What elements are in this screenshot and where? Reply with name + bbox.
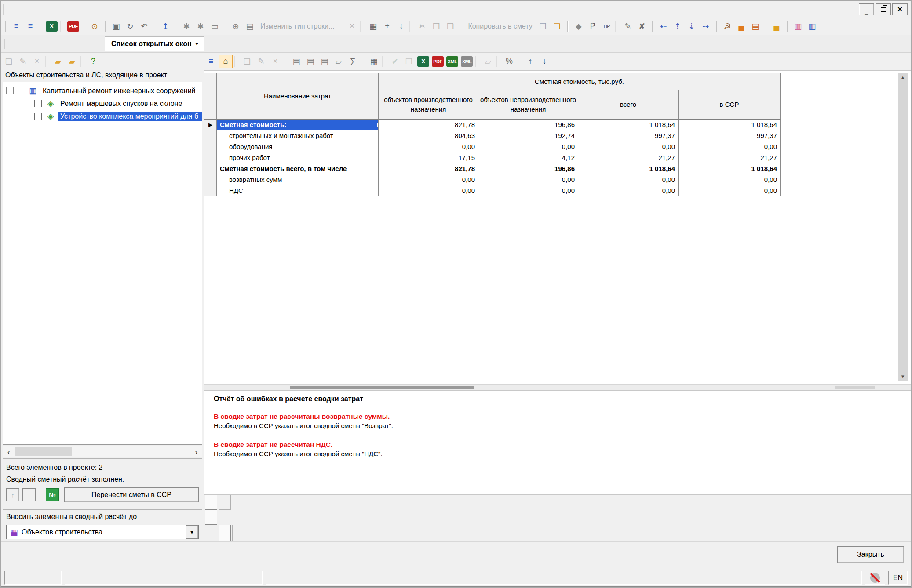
- table-vscrollbar[interactable]: ▴ ▾: [898, 73, 908, 381]
- tree-item[interactable]: − Капитальный ремонт инженерных сооружен…: [3, 84, 202, 97]
- open-windows-tab[interactable]: Список открытых окон ▾: [105, 36, 204, 51]
- graph-tab[interactable]: [205, 495, 217, 510]
- panel-tab[interactable]: [26, 41, 34, 47]
- import-estimates-icon[interactable]: ▰: [66, 55, 79, 68]
- resources-pr-icon[interactable]: ПР: [600, 20, 613, 33]
- structure-tree-icon[interactable]: ≡: [10, 20, 23, 33]
- row-value-cell[interactable]: 192,74: [478, 130, 578, 141]
- calculator-rows-icon[interactable]: ▦: [366, 20, 379, 33]
- row-value-cell[interactable]: 196,86: [478, 119, 578, 130]
- combo-dropdown-button[interactable]: ▼: [186, 525, 198, 539]
- view-tab[interactable]: [219, 525, 231, 541]
- undo-icon[interactable]: ↶: [138, 20, 151, 33]
- panel-tab[interactable]: [61, 41, 69, 47]
- calculator-icon[interactable]: ▦: [367, 55, 380, 68]
- menu-item[interactable]: [81, 7, 91, 11]
- add-position-icon[interactable]: +: [380, 20, 394, 33]
- tree-edit-icon[interactable]: ✎: [621, 20, 635, 33]
- row-value-cell[interactable]: 0,00: [379, 185, 478, 196]
- row-value-cell[interactable]: 0,00: [578, 174, 679, 185]
- row-value-cell[interactable]: 4,12: [478, 152, 578, 163]
- estimate-settings-icon[interactable]: ✱: [180, 20, 193, 33]
- xml-gray-icon[interactable]: XML: [461, 56, 473, 67]
- excel-export-icon[interactable]: X: [46, 21, 58, 32]
- folder-icon[interactable]: ▱: [332, 55, 345, 68]
- horizontal-splitter[interactable]: [204, 384, 911, 390]
- paste-clipboard-icon[interactable]: ❏: [551, 20, 564, 33]
- row-name-cell[interactable]: строительных и монтажных работ: [217, 130, 379, 141]
- resources-p-icon[interactable]: P: [586, 20, 599, 33]
- tree-checkbox[interactable]: [17, 87, 24, 94]
- insert-level-combo[interactable]: Объектов строительства ▼: [6, 525, 199, 539]
- catalog-pink-icon[interactable]: ▥: [792, 20, 805, 33]
- menu-item[interactable]: [91, 7, 102, 11]
- row-name-cell[interactable]: прочих работ: [217, 152, 379, 163]
- machines-icon[interactable]: ▄: [770, 20, 783, 33]
- period-tab[interactable]: [205, 510, 217, 525]
- scrollbar-thumb[interactable]: [15, 447, 72, 456]
- row-value-cell[interactable]: 0,00: [379, 174, 478, 185]
- pdf-export-icon[interactable]: PDF: [67, 21, 79, 32]
- row-value-cell[interactable]: 1 018,64: [679, 119, 781, 130]
- project-structure-icon[interactable]: ≡: [204, 55, 218, 68]
- tree-item[interactable]: − Устройство комплекса мероприятий для б: [3, 110, 202, 123]
- tree-hscrollbar[interactable]: ‹ ›: [3, 446, 202, 457]
- view-tab[interactable]: [205, 525, 217, 541]
- splitter-thumb[interactable]: [835, 386, 875, 389]
- panel-tab[interactable]: [52, 41, 61, 47]
- row-value-cell[interactable]: 17,15: [379, 152, 478, 163]
- help-icon[interactable]: ?: [87, 55, 100, 68]
- xml-green-icon[interactable]: XML: [446, 56, 458, 67]
- row-value-cell[interactable]: 21,27: [679, 152, 781, 163]
- menu-item[interactable]: [7, 7, 18, 11]
- tree-clear-icon[interactable]: ✘: [635, 20, 649, 33]
- tree-checkbox[interactable]: [34, 113, 42, 120]
- row-value-cell[interactable]: 0,00: [679, 141, 781, 152]
- menu-item[interactable]: [60, 7, 70, 11]
- row-value-cell[interactable]: 1 018,64: [578, 163, 679, 174]
- panel-tab[interactable]: [17, 41, 26, 47]
- indent-up-icon[interactable]: ⇡: [671, 20, 684, 33]
- row-value-cell[interactable]: 21,27: [578, 152, 679, 163]
- tree-item[interactable]: − Ремонт маршевых спусков на склоне: [3, 97, 202, 110]
- error-report-title[interactable]: Отчёт об ошибках в расчете сводки затрат: [214, 395, 911, 403]
- view-tab[interactable]: [232, 525, 244, 541]
- home-icon[interactable]: ⌂: [219, 55, 233, 68]
- row-value-cell[interactable]: 1 018,64: [578, 119, 679, 130]
- percent-icon[interactable]: %: [503, 55, 516, 68]
- move-down-button[interactable]: ↓: [22, 488, 36, 501]
- totals-icon[interactable]: ∑: [346, 55, 359, 68]
- row-name-cell[interactable]: оборудования: [217, 141, 379, 152]
- row-value-cell[interactable]: 1 018,64: [679, 163, 781, 174]
- menu-item[interactable]: [18, 7, 28, 11]
- indent-left-icon[interactable]: ⇠: [657, 20, 670, 33]
- row-settings-icon[interactable]: ✱: [194, 20, 207, 33]
- print-preview-icon[interactable]: ▤: [243, 20, 256, 33]
- row-value-cell[interactable]: 0,00: [578, 141, 679, 152]
- move-up-icon[interactable]: ↑: [524, 55, 537, 68]
- move-position-icon[interactable]: ↕: [394, 20, 408, 33]
- scroll-down-icon[interactable]: ▾: [898, 373, 908, 380]
- copy-sheets-icon[interactable]: ❐: [536, 20, 550, 33]
- tree-checkbox[interactable]: [34, 100, 42, 107]
- row-value-cell[interactable]: 0,00: [478, 185, 578, 196]
- panel-tab[interactable]: [43, 41, 52, 47]
- move-up-button[interactable]: ↑: [6, 488, 19, 501]
- panel-tab[interactable]: [34, 41, 43, 47]
- row-value-cell[interactable]: 0,00: [379, 141, 478, 152]
- restore-button[interactable]: [876, 3, 891, 15]
- pdf-icon[interactable]: PDF: [432, 56, 444, 67]
- object-report-icon[interactable]: ▤: [290, 55, 303, 68]
- indent-right-icon[interactable]: ⇢: [699, 20, 712, 33]
- panel-tab[interactable]: [87, 41, 96, 47]
- row-value-cell[interactable]: 0,00: [679, 185, 781, 196]
- numbering-button[interactable]: №: [46, 488, 59, 501]
- move-down-icon[interactable]: ↓: [538, 55, 551, 68]
- labor-icon[interactable]: ☭: [721, 20, 734, 33]
- row-name-cell[interactable]: возвратных сумм: [217, 174, 379, 185]
- row-value-cell[interactable]: 821,78: [379, 119, 478, 130]
- close-button[interactable]: Закрыть: [837, 546, 904, 563]
- structure-paste-icon[interactable]: ≡: [24, 20, 37, 33]
- scroll-left-icon[interactable]: ‹: [3, 447, 15, 456]
- export-doc-icon[interactable]: ▤: [318, 55, 331, 68]
